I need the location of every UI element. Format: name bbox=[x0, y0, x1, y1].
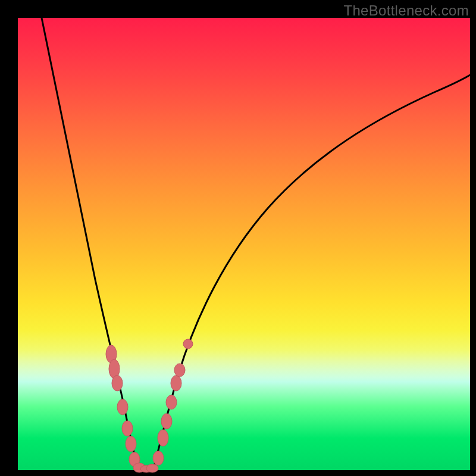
curve-group bbox=[42, 18, 470, 470]
data-point-14 bbox=[171, 375, 181, 391]
data-point-5 bbox=[126, 436, 136, 452]
data-point-blobs bbox=[106, 339, 193, 472]
data-point-4 bbox=[122, 421, 133, 436]
plot-area bbox=[18, 18, 470, 470]
data-point-12 bbox=[161, 414, 172, 429]
chart-frame: TheBottleneck.com bbox=[0, 0, 476, 476]
right-limb-path bbox=[154, 75, 470, 469]
data-point-10 bbox=[153, 451, 164, 465]
watermark-text: TheBottleneck.com bbox=[343, 2, 469, 19]
bottleneck-curve-svg bbox=[18, 18, 470, 470]
data-point-2 bbox=[112, 375, 123, 391]
data-point-9 bbox=[146, 464, 158, 472]
data-point-13 bbox=[166, 395, 177, 409]
data-point-15 bbox=[174, 364, 185, 377]
data-point-16 bbox=[183, 339, 193, 349]
data-point-11 bbox=[158, 430, 168, 446]
data-point-3 bbox=[117, 399, 128, 415]
